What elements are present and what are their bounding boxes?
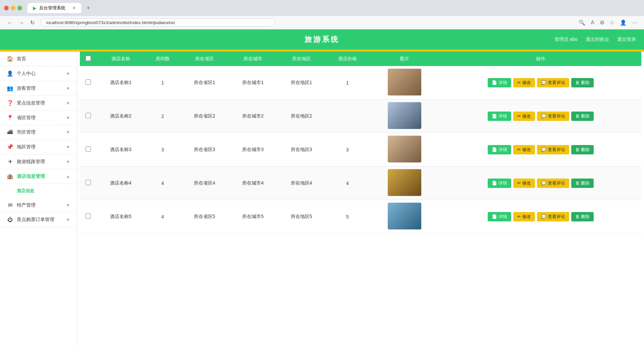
tab-close-btn[interactable]: ✕ [72,6,76,10]
sidebar-item-scenic[interactable]: ❓ 景点信息管理 ▼ [0,96,77,111]
delete-btn-2[interactable]: 🗑 删除 [571,112,594,121]
cell-hotel-name: 酒店名称1 [97,66,145,99]
win-close-btn[interactable] [4,6,9,10]
arrow-icon-4: ▼ [66,116,70,120]
table-row: 酒店名称2 2 所在省区2 所在城市2 所在地区2 📄 详情 ✏ 修改 💬 查看… [80,99,641,133]
review-btn-1[interactable]: 💬 查看评论 [537,78,569,87]
back-btn[interactable]: ← [5,18,15,27]
detail-btn-3[interactable]: 📄 详情 [488,145,511,154]
review-btn-4[interactable]: 💬 查看评论 [537,179,569,188]
row-checkbox-cell[interactable] [80,99,97,133]
detail-btn-5[interactable]: 📄 详情 [488,212,511,221]
sidebar-item-tickets[interactable]: ⏻ 景点购票订单管理 ▼ [0,213,77,227]
doc-icon: 📄 [492,114,497,119]
delete-btn-1[interactable]: 🗑 删除 [571,78,594,87]
edit-btn-3[interactable]: ✏ 修改 [513,145,535,154]
cell-actions: 📄 详情 ✏ 修改 💬 查看评论 🗑 删除 [440,66,641,99]
sidebar-label-city: 市区管理 [17,129,36,135]
edit-icon: ✏ [517,214,521,219]
sidebar-item-home[interactable]: 🏠 首页 [0,52,77,66]
sidebar-label-travel: 旅游线路管理 [17,159,45,165]
edit-btn-1[interactable]: ✏ 修改 [513,78,535,87]
sidebar-item-hotel[interactable]: 🏨 酒店信息管理 ▲ [0,169,77,184]
url-input[interactable] [41,18,275,27]
more-icon[interactable]: ⋯ [631,18,639,27]
review-btn-3[interactable]: 💬 查看评论 [537,145,569,154]
review-btn-5[interactable]: 💬 查看评论 [537,212,569,221]
review-btn-2[interactable]: 💬 查看评论 [537,112,569,121]
hotel-image-1 [388,69,421,95]
row-checkbox-2[interactable] [86,113,91,118]
browser-tab[interactable]: ▶ 后台管理系统 ✕ [28,3,81,13]
cell-province: 所在省区4 [180,166,228,200]
chat-icon: 💬 [541,114,546,119]
row-checkbox-4[interactable] [86,180,91,185]
province-icon: 📍 [7,115,13,121]
trash-icon: 🗑 [575,147,580,152]
win-min-btn[interactable] [11,6,15,10]
detail-btn-4[interactable]: 📄 详情 [488,179,511,188]
new-tab-btn[interactable]: + [84,3,93,13]
edit-btn-5[interactable]: ✏ 修改 [513,212,535,221]
tab-title: 后台管理系统 [39,5,65,11]
hotel-table: 酒店名称 房间数 所在省区 所在城市 所在地区 酒店价格 图片 操作 [80,52,641,233]
sidebar-item-personal[interactable]: 👤 个人中心 ▼ [0,66,77,81]
person-icon: 👤 [7,70,13,77]
search-icon[interactable]: 🔍 [577,18,587,27]
cell-price: 1 [326,66,369,99]
browser-actions: 🔍 A ⚙ ☆ 👤 ⋯ [577,18,639,27]
tourists-icon: 👥 [7,85,13,91]
sidebar-item-special[interactable]: ✉ 特产管理 ▼ [0,198,77,213]
row-checkbox-1[interactable] [86,79,91,85]
detail-btn-2[interactable]: 📄 详情 [488,112,511,121]
arrow-icon-7: ▼ [66,159,70,164]
forward-btn[interactable]: → [17,18,26,27]
col-province: 所在省区 [180,52,228,66]
cell-image [369,99,440,133]
sidebar-item-district[interactable]: 📌 地区管理 ▼ [0,140,77,154]
delete-btn-5[interactable]: 🗑 删除 [571,212,594,221]
settings-icon[interactable]: ⚙ [598,18,606,27]
cell-city: 所在城市1 [229,66,277,99]
table-row: 酒店名称3 3 所在省区3 所在城市3 所在地区3 3 📄 详情 ✏ 修改 💬 … [80,133,641,166]
row-checkbox-cell[interactable] [80,200,97,233]
cell-district: 所在地区1 [277,66,325,99]
sidebar-item-province[interactable]: 📍 省区管理 ▼ [0,111,77,125]
row-checkbox-cell[interactable] [80,66,97,99]
refresh-btn[interactable]: ↻ [28,18,37,27]
cell-city: 所在城市5 [229,200,277,233]
edit-icon: ✏ [517,181,521,186]
row-checkbox-5[interactable] [86,213,91,219]
sidebar-item-travel[interactable]: ✈ 旅游线路管理 ▼ [0,154,77,169]
edit-btn-2[interactable]: ✏ 修改 [513,112,535,121]
delete-btn-3[interactable]: 🗑 删除 [571,145,594,154]
detail-btn-1[interactable]: 📄 详情 [488,78,511,87]
hotel-image-4 [388,169,421,196]
delete-btn-4[interactable]: 🗑 删除 [571,179,594,188]
translate-icon[interactable]: A [589,18,596,27]
home-icon: 🏠 [7,56,13,62]
app-title: 旅游系统 [305,34,339,45]
front-link[interactable]: 退出到前台 [586,37,609,43]
cell-hotel-name: 酒店名称5 [97,200,145,233]
sidebar-item-hotel-info[interactable]: 酒店信息 [0,184,77,198]
col-image: 图片 [369,52,440,66]
logout-link[interactable]: 退出登录 [617,37,636,43]
sidebar-label-hotel: 酒店信息管理 [17,174,45,180]
address-bar: ← → ↻ 🔍 A ⚙ ☆ 👤 ⋯ [0,16,644,29]
cell-rooms: 4 [145,200,180,233]
edit-btn-4[interactable]: ✏ 修改 [513,179,535,188]
profile-icon[interactable]: 👤 [619,18,628,27]
sidebar-item-city[interactable]: 🏙 市区管理 ▼ [0,125,77,140]
win-max-btn[interactable] [17,6,22,10]
header-checkbox-cell[interactable] [80,52,97,66]
cell-rooms: 1 [145,66,180,99]
action-buttons-1: 📄 详情 ✏ 修改 💬 查看评论 🗑 删除 [442,78,639,87]
action-buttons-4: 📄 详情 ✏ 修改 💬 查看评论 🗑 删除 [442,179,639,188]
sidebar-item-tourists[interactable]: 👥 游客管理 ▼ [0,81,77,96]
bookmark-icon[interactable]: ☆ [608,18,616,27]
row-checkbox-3[interactable] [86,146,91,152]
row-checkbox-cell[interactable] [80,166,97,200]
row-checkbox-cell[interactable] [80,133,97,166]
select-all-checkbox[interactable] [86,56,91,61]
